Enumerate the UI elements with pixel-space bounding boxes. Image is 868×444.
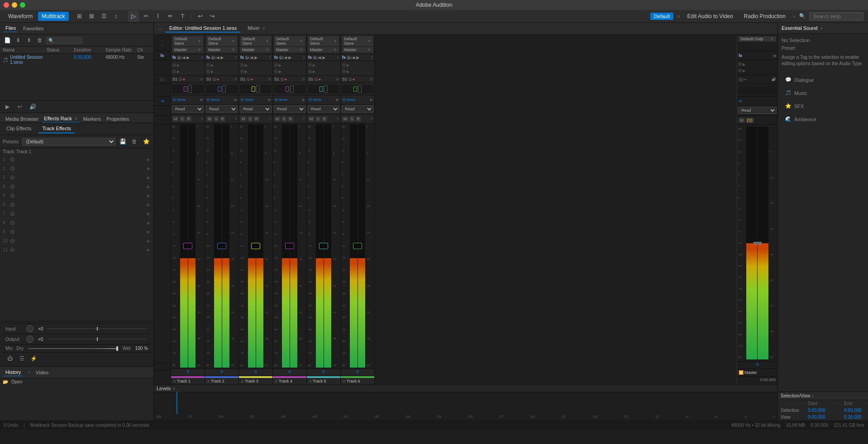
tab-files[interactable]: Files — [4, 24, 18, 32]
razor-tool[interactable]: ✂ — [140, 11, 151, 22]
strip-rec-4[interactable]: ● — [285, 77, 287, 81]
strip-rec-5[interactable]: ● — [319, 77, 321, 81]
preset-select[interactable]: (Default) — [22, 138, 115, 146]
minimize-button[interactable] — [12, 2, 17, 8]
strip-power-2[interactable]: ⏻ — [212, 77, 216, 81]
power-icon-2[interactable]: ⏻ — [10, 166, 14, 171]
strip-power-3[interactable]: ⏻ — [246, 77, 250, 81]
history-item-open[interactable]: 📂 Open — [0, 378, 153, 385]
s-btn-4[interactable]: S — [281, 116, 287, 122]
s-btn-2[interactable]: S — [214, 116, 219, 122]
input-box-1[interactable]: Default Stere▼ — [172, 36, 203, 46]
power-icon-6[interactable]: ⏻ — [10, 202, 14, 207]
fader-handle-6[interactable] — [353, 243, 362, 249]
effect-slot-4[interactable]: 4 ⏻ ▶ — [0, 182, 153, 191]
text-tool[interactable]: T — [177, 11, 188, 22]
input-knob[interactable] — [26, 325, 33, 332]
audio-type-ambience[interactable]: 🌊 Ambience — [782, 113, 864, 125]
strip-eq-2[interactable] — [205, 83, 238, 95]
strip-settings-1[interactable]: ⚙ — [200, 77, 203, 81]
auto-select-6[interactable]: Read — [342, 105, 373, 113]
menu-waveform[interactable]: Waveform — [5, 12, 36, 21]
output-box-2[interactable]: Master▼ — [206, 47, 237, 52]
undo-btn[interactable]: ↩ — [195, 11, 205, 22]
strip-rec-3[interactable]: ● — [251, 77, 253, 81]
toolbar-btn-4[interactable]: ↕ — [111, 11, 122, 22]
m-btn-1[interactable]: M — [172, 116, 179, 122]
input-box-3[interactable]: Default Stere▼ — [240, 36, 271, 46]
output-box-3[interactable]: Master▼ — [240, 47, 271, 52]
power-icon-9[interactable]: ⏻ — [10, 229, 14, 234]
tab-effects-rack[interactable]: Effects Rack ≡ — [42, 115, 79, 123]
r-btn-5[interactable]: R — [322, 116, 328, 122]
strip-eq-4[interactable] — [273, 83, 306, 95]
toolbar-btn-3[interactable]: ☰ — [99, 11, 110, 22]
delete-preset-btn[interactable]: 🗑 — [130, 137, 139, 146]
s-btn-3[interactable]: S — [248, 116, 253, 122]
r-btn-4[interactable]: R — [288, 116, 294, 122]
close-button[interactable] — [4, 2, 9, 8]
fader-handle-1[interactable] — [183, 243, 192, 249]
audio-type-sfx[interactable]: ⭐ SFX — [782, 100, 864, 112]
plus-btn[interactable]: ⚡ — [29, 354, 38, 363]
master-auto-select[interactable]: Read — [738, 107, 777, 114]
strip-name-label-5[interactable]: ⊞ Track 5 — [307, 378, 340, 384]
auto-select-4[interactable]: Read — [274, 105, 305, 113]
auto-select-1[interactable]: Read — [172, 105, 204, 113]
mix-slider[interactable] — [28, 348, 118, 349]
tab-history[interactable]: History — [4, 368, 23, 376]
power-icon-5[interactable]: ⏻ — [10, 193, 14, 198]
play-btn[interactable]: ▶ — [3, 102, 12, 111]
strip-settings-4[interactable]: ⚙ — [302, 77, 305, 81]
strip-name-label-2[interactable]: ⊞ Track 2 — [205, 378, 238, 384]
strip-power-1[interactable]: ⏻ — [178, 77, 182, 81]
effect-slot-9[interactable]: 9 ⏻ ▶ — [0, 227, 153, 236]
power-icon-4[interactable]: ⏻ — [10, 184, 14, 189]
m-btn-4[interactable]: M — [274, 116, 281, 122]
strip-rec-2[interactable]: ● — [217, 77, 219, 81]
s-btn-5[interactable]: S — [315, 116, 321, 122]
fader-handle-2[interactable] — [217, 243, 226, 249]
effect-slot-11[interactable]: 11 ⏻ ▶ — [0, 246, 153, 255]
effect-slot-5[interactable]: 5 ⏻ ▶ — [0, 191, 153, 200]
m-btn-5[interactable]: M — [308, 116, 315, 122]
tab-track-effects[interactable]: Track Effects — [38, 124, 75, 133]
r-btn-6[interactable]: R — [356, 116, 362, 122]
m-btn-3[interactable]: M — [240, 116, 247, 122]
strip-name-label-4[interactable]: ⊞ Track 4 — [273, 378, 306, 384]
toolbar-btn-1[interactable]: ⊞ — [74, 11, 85, 22]
auto-select-3[interactable]: Read — [240, 105, 272, 113]
fade-tool[interactable]: ⌇ — [153, 11, 163, 22]
strip-eq-3[interactable] — [239, 83, 272, 95]
power-icon-7[interactable]: ⏻ — [10, 211, 14, 216]
tab-favorites[interactable]: Favorites — [21, 25, 45, 32]
radio-production[interactable]: Radio Production — [740, 12, 789, 21]
save-preset-btn[interactable]: 💾 — [118, 137, 127, 146]
s-btn-6[interactable]: S — [349, 116, 355, 122]
fader-handle-5[interactable] — [319, 243, 328, 249]
strip-eq-1[interactable] — [171, 83, 205, 95]
output-box-6[interactable]: Master▼ — [342, 47, 373, 52]
fader-handle-3[interactable] — [251, 243, 260, 249]
effect-slot-6[interactable]: 6 ⏻ ▶ — [0, 200, 153, 209]
strip-name-label-1[interactable]: ⊞ Track 1 — [171, 378, 205, 384]
input-box-6[interactable]: Default Stere▼ — [342, 36, 373, 46]
search-input[interactable] — [809, 12, 863, 20]
select-tool[interactable]: ▷ — [128, 11, 139, 22]
strip-settings-5[interactable]: ⚙ — [336, 77, 339, 81]
settings-btn[interactable]: ☰ — [17, 354, 26, 363]
r-btn-3[interactable]: R — [254, 116, 260, 122]
fader-handle-4[interactable] — [285, 243, 294, 249]
tab-video[interactable]: Video — [34, 369, 50, 376]
effect-slot-10[interactable]: 10 ⏻ ▶ — [0, 236, 153, 246]
power-icon-11[interactable]: ⏻ — [10, 247, 14, 252]
master-m-btn[interactable]: M — [739, 118, 745, 123]
effect-slot-8[interactable]: 8 ⏻ ▶ — [0, 218, 153, 227]
strip-power-4[interactable]: ⏻ — [280, 77, 284, 81]
tab-media-browser[interactable]: Media Browser — [4, 115, 40, 123]
output-knob[interactable] — [26, 335, 33, 343]
strip-eq-6[interactable] — [341, 83, 374, 95]
tab-properties[interactable]: Properties — [105, 115, 131, 123]
import-btn[interactable]: ⬇ — [14, 36, 23, 45]
input-box-5[interactable]: Default Stere▼ — [308, 36, 339, 46]
